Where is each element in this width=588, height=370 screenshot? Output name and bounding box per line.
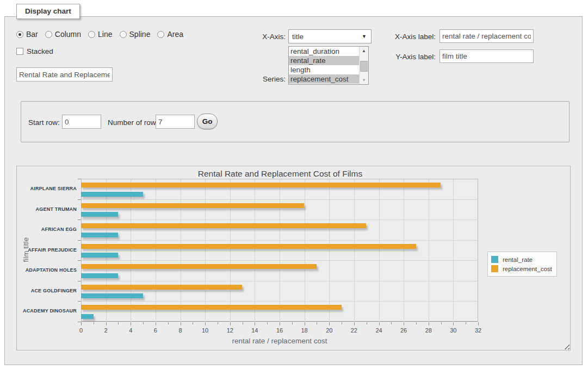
x-axis-label-input[interactable]: [440, 29, 534, 43]
axis-tick: [78, 260, 81, 261]
chart-container: Rental Rate and Replacement Cost of Film…: [16, 166, 571, 350]
radio-icon[interactable]: [88, 31, 95, 38]
x-tick-label: 8: [172, 327, 189, 334]
bar-replacement_cost: [81, 223, 366, 228]
axis-tick: [168, 322, 169, 324]
y-axis-title: film title: [22, 233, 30, 266]
series-option-rental_rate[interactable]: rental_rate: [289, 56, 359, 65]
axis-tick: [118, 322, 119, 324]
bar-rental_rate: [81, 192, 143, 197]
start-row-input[interactable]: [62, 115, 101, 129]
axis-tick: [78, 301, 81, 302]
series-option-replacement_cost[interactable]: replacement_cost: [289, 74, 359, 84]
gridline: [81, 301, 478, 302]
gridline: [81, 260, 478, 261]
axis-tick: [78, 281, 81, 281]
gridline: [81, 240, 478, 241]
scroll-up-icon[interactable]: ▲: [360, 47, 368, 55]
radio-icon[interactable]: [16, 31, 23, 38]
chart-title: Rental Rate and Replacement Cost of Film…: [17, 169, 543, 179]
chart-type-option-area[interactable]: Area: [157, 30, 183, 39]
x-tick-label: 14: [246, 327, 263, 334]
bar-rental_rate: [81, 212, 118, 217]
chart-title-input[interactable]: [16, 67, 113, 81]
number-of-rows-input[interactable]: [156, 115, 195, 129]
series-listbox[interactable]: rental_durationrental_ratelengthreplacem…: [288, 46, 369, 85]
chevron-down-icon: ▼: [362, 34, 367, 39]
stacked-checkbox[interactable]: [16, 48, 23, 55]
x-axis-label-field-label: X-Axis label:: [392, 33, 436, 41]
x-tick-label: 26: [395, 327, 412, 334]
chart-type-option-bar[interactable]: Bar: [16, 30, 38, 39]
series-option-length[interactable]: length: [289, 65, 359, 74]
y-axis-label-field-label: Y-Axis label:: [392, 53, 436, 61]
gridline: [131, 179, 131, 322]
gridline: [379, 179, 380, 322]
axis-tick: [379, 322, 380, 325]
axis-tick: [181, 322, 181, 325]
x-tick-label: 6: [147, 327, 164, 334]
axis-tick: [317, 322, 317, 324]
listbox-scrollbar[interactable]: ▲ ▼: [359, 47, 368, 84]
axis-tick: [78, 179, 81, 179]
radio-icon[interactable]: [120, 31, 127, 38]
scrollbar-thumb[interactable]: [360, 61, 368, 72]
bar-rental_rate: [81, 253, 118, 258]
category-label: AIRPLANE SIERRA: [17, 179, 77, 199]
bar-replacement_cost: [81, 244, 416, 249]
axis-tick: [478, 322, 479, 325]
fieldset-legend-title: Display chart: [16, 4, 80, 19]
axis-tick: [78, 220, 81, 220]
x-tick-label: 12: [222, 327, 238, 334]
gridline: [255, 179, 255, 322]
axis-tick: [205, 322, 206, 325]
axis-tick: [329, 322, 330, 325]
bar-replacement_cost: [81, 264, 317, 269]
axis-tick: [280, 322, 280, 325]
chart-type-option-column[interactable]: Column: [45, 30, 81, 39]
x-axis-select-label: X-Axis:: [242, 33, 286, 41]
axis-tick: [243, 322, 243, 324]
radio-label: Area: [167, 30, 183, 39]
radio-label: Line: [98, 30, 112, 39]
bar-rental_rate: [81, 233, 118, 237]
axis-tick: [78, 240, 81, 241]
resize-handle-icon[interactable]: [562, 342, 570, 349]
axis-tick: [416, 322, 417, 324]
category-label: ACADEMY DINOSAUR: [17, 301, 77, 322]
chart-type-option-line[interactable]: Line: [88, 30, 112, 39]
series-option-rental_duration[interactable]: rental_duration: [289, 47, 359, 56]
stacked-option[interactable]: Stacked: [16, 47, 53, 55]
chart-type-option-spline[interactable]: Spline: [120, 30, 151, 39]
category-label: AGENT TRUMAN: [17, 199, 77, 220]
x-tick-label: 18: [296, 327, 313, 334]
legend-item: replacement_cost: [491, 264, 552, 273]
axis-tick: [156, 322, 156, 325]
radio-label: Spline: [129, 30, 151, 39]
axis-tick: [404, 322, 404, 325]
x-axis-title: rental rate / replacement cost: [81, 337, 478, 345]
bar-rental_rate: [81, 273, 118, 278]
series-listbox-label: Series:: [242, 75, 286, 83]
radio-icon[interactable]: [45, 31, 52, 38]
bar-replacement_cost: [81, 183, 441, 187]
legend-item: rental_rate: [491, 255, 552, 264]
scroll-down-icon[interactable]: ▼: [360, 76, 368, 84]
x-tick-label: 32: [470, 327, 486, 334]
x-axis-select[interactable]: title ▼: [288, 29, 372, 43]
stacked-label: Stacked: [27, 47, 53, 55]
gridline: [230, 179, 231, 322]
gridline: [354, 179, 355, 322]
x-tick-label: 10: [197, 327, 213, 334]
x-tick-label: 22: [346, 327, 362, 334]
legend: rental_ratereplacement_cost: [487, 252, 557, 277]
radio-icon[interactable]: [157, 31, 164, 38]
y-axis-label-input[interactable]: [440, 49, 534, 63]
axis-tick: [94, 322, 94, 324]
axis-tick: [193, 322, 193, 324]
gridline: [429, 179, 429, 322]
gridline: [156, 179, 156, 322]
gridline: [106, 179, 107, 322]
go-button[interactable]: Go: [197, 114, 218, 129]
category-label: ACE GOLDFINGER: [17, 281, 77, 302]
